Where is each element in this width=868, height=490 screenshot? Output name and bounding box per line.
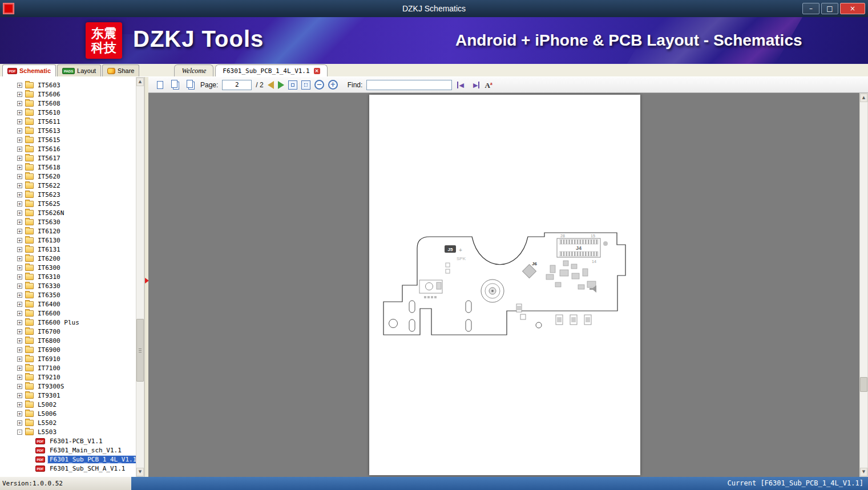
expand-toggle-icon[interactable]: + bbox=[17, 320, 22, 325]
expand-toggle-icon[interactable]: + bbox=[17, 83, 22, 88]
tree-folder-row[interactable]: +L5006 bbox=[0, 409, 136, 418]
expand-toggle-icon[interactable]: + bbox=[17, 183, 22, 188]
tree-folder-row[interactable]: +IT6131 bbox=[0, 245, 136, 254]
tree-folder-row[interactable]: +IT6310 bbox=[0, 272, 136, 281]
scroll-up-icon[interactable]: ▲ bbox=[860, 94, 867, 102]
tree-folder-row[interactable]: +IT5606 bbox=[0, 90, 136, 99]
expand-toggle-icon[interactable]: + bbox=[17, 165, 22, 170]
tree-folder-row[interactable]: +L5002 bbox=[0, 400, 136, 409]
tree-folder-row[interactable]: +IT6130 bbox=[0, 236, 136, 245]
viewer-scroll-thumb[interactable] bbox=[860, 377, 867, 392]
tree-folder-row[interactable]: +IT9301 bbox=[0, 391, 136, 400]
extract-page-icon[interactable] bbox=[185, 79, 196, 91]
tree-folder-row[interactable]: +IT6120 bbox=[0, 226, 136, 236]
expand-toggle-icon[interactable]: + bbox=[17, 393, 22, 398]
zoom-in-icon[interactable]: + bbox=[328, 80, 338, 90]
tree-file-row[interactable]: PDFF6301_Sub_PCB_1_4L_V1.1 bbox=[0, 455, 136, 464]
expand-toggle-icon[interactable]: + bbox=[17, 411, 22, 416]
tree-folder-row[interactable]: +IT5622 bbox=[0, 181, 136, 190]
pdf-viewer[interactable]: J4 28 15 14 J5 + SPK bbox=[148, 93, 868, 477]
expand-toggle-icon[interactable]: + bbox=[17, 274, 22, 280]
expand-toggle-icon[interactable]: + bbox=[17, 256, 22, 261]
tree-folder-row[interactable]: +IT6330 bbox=[0, 281, 136, 290]
tab-share[interactable]: Share bbox=[102, 64, 139, 76]
doc-tab[interactable]: F6301_Sub_PCB_1_4L_V1.1✕ bbox=[215, 64, 327, 76]
expand-toggle-icon[interactable]: + bbox=[17, 366, 22, 371]
expand-toggle-icon[interactable]: + bbox=[17, 302, 22, 307]
tree-folder-row[interactable]: +IT6910 bbox=[0, 354, 136, 363]
tree-folder-row[interactable]: +IT6800 bbox=[0, 336, 136, 345]
tree-folder-row[interactable]: +IT6350 bbox=[0, 290, 136, 299]
maximize-button[interactable]: □ bbox=[821, 3, 838, 14]
expand-toggle-icon[interactable]: + bbox=[17, 210, 22, 216]
tree-folder-row[interactable]: +IT5620 bbox=[0, 172, 136, 181]
tree-folder-row[interactable]: +IT5611 bbox=[0, 117, 136, 126]
expand-toggle-icon[interactable]: + bbox=[17, 420, 22, 426]
expand-toggle-icon[interactable]: + bbox=[17, 357, 22, 362]
find-next-icon[interactable]: ▶ bbox=[470, 81, 481, 89]
expand-toggle-icon[interactable]: + bbox=[17, 192, 22, 197]
sidebar-scrollbar[interactable]: ▲ ▼ bbox=[136, 77, 144, 477]
next-page-icon[interactable] bbox=[278, 81, 284, 89]
expand-toggle-icon[interactable]: + bbox=[17, 156, 22, 161]
tree-folder-row[interactable]: +IT5630 bbox=[0, 217, 136, 226]
zoom-out-icon[interactable]: − bbox=[314, 80, 324, 90]
match-case-icon[interactable]: Aa bbox=[485, 79, 492, 91]
tree-folder-row[interactable]: -L5503 bbox=[0, 427, 136, 436]
tree-folder-row[interactable]: +IT5617 bbox=[0, 153, 136, 163]
tree-folder-row[interactable]: +IT5608 bbox=[0, 99, 136, 108]
tree-folder-row[interactable]: +IT6600 Plus bbox=[0, 318, 136, 327]
tree-folder-row[interactable]: +IT5615 bbox=[0, 135, 136, 144]
tree-file-row[interactable]: PDFF6301_Sub_SCH_A_V1.1 bbox=[0, 464, 136, 473]
expand-toggle-icon[interactable]: + bbox=[17, 147, 22, 152]
close-button[interactable]: × bbox=[840, 3, 865, 14]
page-number-input[interactable] bbox=[222, 80, 252, 90]
tree-folder-row[interactable]: +IT5618 bbox=[0, 163, 136, 172]
expand-toggle-icon[interactable]: + bbox=[17, 247, 22, 252]
tree-folder-row[interactable]: +IT7100 bbox=[0, 363, 136, 372]
find-input[interactable] bbox=[366, 80, 452, 90]
tree-folder-row[interactable]: +L5502 bbox=[0, 418, 136, 427]
tree-folder-row[interactable]: +IT9300S bbox=[0, 382, 136, 391]
expand-toggle-icon[interactable]: + bbox=[17, 338, 22, 343]
tree-folder-row[interactable]: +IT5623 bbox=[0, 190, 136, 199]
tree-folder-row[interactable]: +IT5603 bbox=[0, 80, 136, 90]
expand-toggle-icon[interactable]: + bbox=[17, 238, 22, 243]
expand-toggle-icon[interactable]: + bbox=[17, 329, 22, 334]
expand-toggle-icon[interactable]: + bbox=[17, 293, 22, 298]
tree-folder-row[interactable]: +IT5613 bbox=[0, 126, 136, 135]
tree-folder-row[interactable]: +IT6700 bbox=[0, 327, 136, 336]
expand-toggle-icon[interactable]: + bbox=[17, 265, 22, 270]
expand-toggle-icon[interactable]: + bbox=[17, 201, 22, 206]
expand-toggle-icon[interactable]: + bbox=[17, 101, 22, 106]
single-page-icon[interactable] bbox=[154, 79, 165, 91]
tree-folder-row[interactable]: +IT6400 bbox=[0, 299, 136, 309]
fit-width-icon[interactable] bbox=[288, 80, 297, 90]
expand-toggle-icon[interactable]: + bbox=[17, 284, 22, 289]
expand-toggle-icon[interactable]: + bbox=[17, 128, 22, 133]
scroll-down-icon[interactable]: ▼ bbox=[136, 468, 144, 476]
tab-schematic[interactable]: PDF Schematic bbox=[2, 64, 56, 76]
copy-page-icon[interactable] bbox=[169, 79, 181, 91]
tab-layout[interactable]: PADS Layout bbox=[57, 64, 101, 76]
expand-toggle-icon[interactable]: + bbox=[17, 375, 22, 380]
tree-folder-row[interactable]: +IT5625 bbox=[0, 199, 136, 208]
expand-toggle-icon[interactable]: + bbox=[17, 92, 22, 97]
expand-toggle-icon[interactable]: + bbox=[17, 137, 22, 143]
tab-close-icon[interactable]: ✕ bbox=[314, 68, 320, 74]
expand-toggle-icon[interactable]: + bbox=[17, 220, 22, 225]
expand-toggle-icon[interactable]: + bbox=[17, 119, 22, 124]
tree-file-row[interactable]: PDFF6301-PCB_V1.1 bbox=[0, 436, 136, 446]
expand-toggle-icon[interactable]: + bbox=[17, 402, 22, 407]
expand-toggle-icon[interactable]: + bbox=[17, 174, 22, 179]
sidebar-scroll-track[interactable] bbox=[136, 86, 144, 468]
tree-folder-row[interactable]: +IT9210 bbox=[0, 372, 136, 382]
sidebar-scroll-thumb[interactable] bbox=[136, 319, 144, 382]
viewer-scrollbar[interactable]: ▲ ▼ bbox=[859, 93, 868, 477]
minimize-button[interactable]: – bbox=[802, 3, 819, 14]
expand-toggle-icon[interactable]: - bbox=[17, 430, 22, 435]
scroll-down-icon[interactable]: ▼ bbox=[860, 468, 867, 476]
tree-folder-row[interactable]: +IT5626N bbox=[0, 208, 136, 217]
expand-toggle-icon[interactable]: + bbox=[17, 110, 22, 115]
tree-folder-row[interactable]: +IT6200 bbox=[0, 254, 136, 263]
